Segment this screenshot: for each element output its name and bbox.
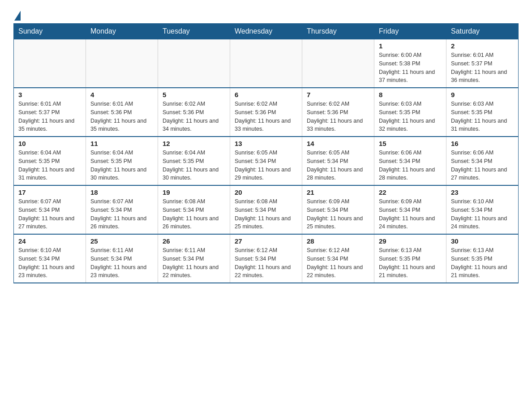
day-cell: 29Sunrise: 6:13 AM Sunset: 5:35 PM Dayli… xyxy=(374,234,446,283)
day-cell: 26Sunrise: 6:11 AM Sunset: 5:34 PM Dayli… xyxy=(158,234,230,283)
logo xyxy=(13,9,21,19)
day-header-sunday: Sunday xyxy=(14,24,86,39)
day-cell: 24Sunrise: 6:10 AM Sunset: 5:34 PM Dayli… xyxy=(14,234,86,283)
day-number: 13 xyxy=(235,140,297,147)
day-info: Sunrise: 6:02 AM Sunset: 5:36 PM Dayligh… xyxy=(235,100,297,133)
header xyxy=(13,9,519,19)
day-cell: 6Sunrise: 6:02 AM Sunset: 5:36 PM Daylig… xyxy=(230,88,302,137)
day-number: 20 xyxy=(235,188,297,196)
day-cell: 20Sunrise: 6:08 AM Sunset: 5:34 PM Dayli… xyxy=(230,185,302,234)
calendar-table: SundayMondayTuesdayWednesdayThursdayFrid… xyxy=(13,23,519,283)
logo-triangle-icon xyxy=(14,11,21,21)
day-number: 4 xyxy=(90,91,153,98)
day-cell: 27Sunrise: 6:12 AM Sunset: 5:34 PM Dayli… xyxy=(230,234,302,283)
day-number: 14 xyxy=(307,140,369,147)
day-cell: 1Sunrise: 6:00 AM Sunset: 5:38 PM Daylig… xyxy=(374,39,446,88)
week-row-4: 17Sunrise: 6:07 AM Sunset: 5:34 PM Dayli… xyxy=(14,185,519,234)
day-cell xyxy=(86,39,158,88)
day-cell: 28Sunrise: 6:12 AM Sunset: 5:34 PM Dayli… xyxy=(302,234,374,283)
day-cell: 25Sunrise: 6:11 AM Sunset: 5:34 PM Dayli… xyxy=(86,234,158,283)
day-number: 21 xyxy=(307,188,369,196)
day-info: Sunrise: 6:02 AM Sunset: 5:36 PM Dayligh… xyxy=(307,100,369,133)
day-cell: 4Sunrise: 6:01 AM Sunset: 5:36 PM Daylig… xyxy=(86,88,158,137)
day-number: 15 xyxy=(379,140,442,147)
day-cell: 15Sunrise: 6:06 AM Sunset: 5:34 PM Dayli… xyxy=(374,137,446,185)
day-number: 10 xyxy=(18,140,81,147)
week-row-2: 3Sunrise: 6:01 AM Sunset: 5:37 PM Daylig… xyxy=(14,88,519,137)
day-number: 7 xyxy=(307,91,369,98)
day-number: 19 xyxy=(163,188,225,196)
day-info: Sunrise: 6:13 AM Sunset: 5:35 PM Dayligh… xyxy=(379,246,442,280)
day-header-saturday: Saturday xyxy=(446,24,519,39)
week-row-3: 10Sunrise: 6:04 AM Sunset: 5:35 PM Dayli… xyxy=(14,137,519,185)
week-row-5: 24Sunrise: 6:10 AM Sunset: 5:34 PM Dayli… xyxy=(14,234,519,283)
day-cell: 19Sunrise: 6:08 AM Sunset: 5:34 PM Dayli… xyxy=(158,185,230,234)
day-info: Sunrise: 6:07 AM Sunset: 5:34 PM Dayligh… xyxy=(90,197,153,231)
day-info: Sunrise: 6:04 AM Sunset: 5:35 PM Dayligh… xyxy=(163,149,225,182)
day-info: Sunrise: 6:03 AM Sunset: 5:35 PM Dayligh… xyxy=(379,100,442,133)
day-number: 16 xyxy=(451,140,514,147)
day-info: Sunrise: 6:01 AM Sunset: 5:37 PM Dayligh… xyxy=(451,51,514,85)
day-cell: 14Sunrise: 6:05 AM Sunset: 5:34 PM Dayli… xyxy=(302,137,374,185)
day-number: 6 xyxy=(235,91,297,98)
day-cell xyxy=(158,39,230,88)
day-cell: 30Sunrise: 6:13 AM Sunset: 5:35 PM Dayli… xyxy=(446,234,519,283)
day-info: Sunrise: 6:11 AM Sunset: 5:34 PM Dayligh… xyxy=(90,246,153,280)
day-number: 24 xyxy=(18,237,81,245)
day-info: Sunrise: 6:00 AM Sunset: 5:38 PM Dayligh… xyxy=(379,51,442,85)
day-number: 9 xyxy=(451,91,514,98)
day-info: Sunrise: 6:07 AM Sunset: 5:34 PM Dayligh… xyxy=(18,197,81,231)
day-cell: 13Sunrise: 6:05 AM Sunset: 5:34 PM Dayli… xyxy=(230,137,302,185)
day-number: 22 xyxy=(379,188,442,196)
day-info: Sunrise: 6:06 AM Sunset: 5:34 PM Dayligh… xyxy=(379,149,442,182)
day-number: 27 xyxy=(235,237,297,245)
day-number: 2 xyxy=(451,42,514,50)
day-number: 30 xyxy=(451,237,514,245)
day-info: Sunrise: 6:06 AM Sunset: 5:34 PM Dayligh… xyxy=(451,149,514,182)
day-cell: 5Sunrise: 6:02 AM Sunset: 5:36 PM Daylig… xyxy=(158,88,230,137)
day-cell: 11Sunrise: 6:04 AM Sunset: 5:35 PM Dayli… xyxy=(86,137,158,185)
day-cell: 2Sunrise: 6:01 AM Sunset: 5:37 PM Daylig… xyxy=(446,39,519,88)
day-info: Sunrise: 6:08 AM Sunset: 5:34 PM Dayligh… xyxy=(235,197,297,231)
day-number: 25 xyxy=(90,237,153,245)
day-info: Sunrise: 6:12 AM Sunset: 5:34 PM Dayligh… xyxy=(307,246,369,280)
day-cell: 16Sunrise: 6:06 AM Sunset: 5:34 PM Dayli… xyxy=(446,137,519,185)
day-cell xyxy=(302,39,374,88)
day-cell: 23Sunrise: 6:10 AM Sunset: 5:34 PM Dayli… xyxy=(446,185,519,234)
day-cell xyxy=(230,39,302,88)
day-header-friday: Friday xyxy=(374,24,446,39)
day-header-thursday: Thursday xyxy=(302,24,374,39)
day-number: 3 xyxy=(18,91,81,98)
day-number: 28 xyxy=(307,237,369,245)
day-cell: 10Sunrise: 6:04 AM Sunset: 5:35 PM Dayli… xyxy=(14,137,86,185)
day-number: 11 xyxy=(90,140,153,147)
day-info: Sunrise: 6:10 AM Sunset: 5:34 PM Dayligh… xyxy=(451,197,514,231)
day-info: Sunrise: 6:05 AM Sunset: 5:34 PM Dayligh… xyxy=(235,149,297,182)
day-info: Sunrise: 6:01 AM Sunset: 5:37 PM Dayligh… xyxy=(18,100,81,133)
header-row: SundayMondayTuesdayWednesdayThursdayFrid… xyxy=(14,24,519,39)
day-info: Sunrise: 6:10 AM Sunset: 5:34 PM Dayligh… xyxy=(18,246,81,280)
day-info: Sunrise: 6:05 AM Sunset: 5:34 PM Dayligh… xyxy=(307,149,369,182)
day-info: Sunrise: 6:11 AM Sunset: 5:34 PM Dayligh… xyxy=(163,246,225,280)
day-number: 26 xyxy=(163,237,225,245)
day-info: Sunrise: 6:01 AM Sunset: 5:36 PM Dayligh… xyxy=(90,100,153,133)
day-cell: 21Sunrise: 6:09 AM Sunset: 5:34 PM Dayli… xyxy=(302,185,374,234)
day-number: 8 xyxy=(379,91,442,98)
day-number: 23 xyxy=(451,188,514,196)
day-cell: 8Sunrise: 6:03 AM Sunset: 5:35 PM Daylig… xyxy=(374,88,446,137)
day-info: Sunrise: 6:12 AM Sunset: 5:34 PM Dayligh… xyxy=(235,246,297,280)
week-row-1: 1Sunrise: 6:00 AM Sunset: 5:38 PM Daylig… xyxy=(14,39,519,88)
day-number: 17 xyxy=(18,188,81,196)
day-cell: 22Sunrise: 6:09 AM Sunset: 5:34 PM Dayli… xyxy=(374,185,446,234)
day-info: Sunrise: 6:03 AM Sunset: 5:35 PM Dayligh… xyxy=(451,100,514,133)
day-info: Sunrise: 6:04 AM Sunset: 5:35 PM Dayligh… xyxy=(18,149,81,182)
day-header-wednesday: Wednesday xyxy=(230,24,302,39)
day-header-monday: Monday xyxy=(86,24,158,39)
day-info: Sunrise: 6:08 AM Sunset: 5:34 PM Dayligh… xyxy=(163,197,225,231)
day-cell xyxy=(14,39,86,88)
day-cell: 12Sunrise: 6:04 AM Sunset: 5:35 PM Dayli… xyxy=(158,137,230,185)
day-number: 5 xyxy=(163,91,225,98)
day-number: 12 xyxy=(163,140,225,147)
day-cell: 18Sunrise: 6:07 AM Sunset: 5:34 PM Dayli… xyxy=(86,185,158,234)
day-header-tuesday: Tuesday xyxy=(158,24,230,39)
